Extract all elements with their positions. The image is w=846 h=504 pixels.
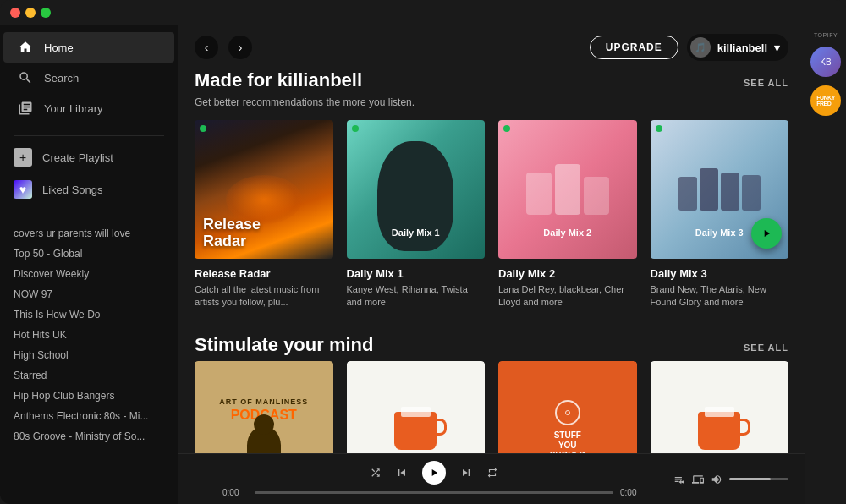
next-button[interactable] xyxy=(459,466,473,479)
minimize-dot[interactable] xyxy=(25,8,36,18)
player-bar: 0:00 0:00 xyxy=(178,453,805,504)
playlist-list: covers ur parents will love Top 50 - Glo… xyxy=(0,216,178,504)
card-desc-daily2: Lana Del Rey, blackbear, Cher Lloyd and … xyxy=(498,283,637,310)
funky-fred-badge[interactable]: FUNKYFRED xyxy=(810,85,841,116)
devices-icon[interactable] xyxy=(692,474,704,485)
sidebar-divider-2 xyxy=(14,211,164,211)
close-dot[interactable] xyxy=(10,8,20,18)
card-play-daily3[interactable] xyxy=(751,218,782,249)
card-thumb-daily2: Daily Mix 2 xyxy=(498,120,637,259)
player-progress: 0:00 0:00 xyxy=(222,488,645,497)
card-thumb-daily3: Daily Mix 3 xyxy=(651,120,789,259)
section1-header: Made for killianbell SEE ALL xyxy=(195,69,788,91)
card-thumb-podcast2 xyxy=(347,361,486,453)
play-pause-button[interactable] xyxy=(422,461,446,485)
main-content: ‹ › UPGRADE 🎵 killianbell ▾ Made for kil… xyxy=(178,25,805,504)
playlist-item[interactable]: Starred xyxy=(0,365,178,386)
playlist-item[interactable]: Anthems Electronic 80s - Mi... xyxy=(0,406,178,426)
chevron-down-icon: ▾ xyxy=(774,41,780,54)
section2-title: Stimulate your mind xyxy=(195,334,373,356)
section1-see-all[interactable]: SEE ALL xyxy=(744,78,788,88)
card-podcast-1[interactable]: ART OF MANLINESS PODCAST xyxy=(195,361,333,453)
topbar: ‹ › UPGRADE 🎵 killianbell ▾ xyxy=(178,25,805,69)
right-sidebar: TOPIFY KB FUNKYFRED xyxy=(805,25,846,504)
volume-icon[interactable] xyxy=(711,474,722,485)
back-button[interactable]: ‹ xyxy=(195,36,218,59)
repeat-button[interactable] xyxy=(486,467,498,479)
section1-subtitle: Get better recommendations the more you … xyxy=(195,96,788,108)
card-release-radar[interactable]: ReleaseRadar Release Radar Catch all the… xyxy=(195,120,333,309)
topify-label: TOPIFY xyxy=(814,32,838,38)
sidebar-divider xyxy=(14,135,164,136)
card-desc-daily1: Kanye West, Rihanna, Twista and more xyxy=(347,283,486,310)
topbar-right: UPGRADE 🎵 killianbell ▾ xyxy=(590,34,788,61)
sidebar-nav: Home Search Your Library xyxy=(0,25,178,130)
liked-songs-label: Liked Songs xyxy=(42,184,103,196)
user-avatar-inner: KB xyxy=(810,47,841,77)
card-podcast-4[interactable] xyxy=(651,361,789,453)
prev-button[interactable] xyxy=(395,466,409,479)
card-thumb-podcast4 xyxy=(651,361,789,453)
playlist-item[interactable]: Hot Hits UK xyxy=(0,325,178,345)
playlist-item[interactable]: This Is How We Do xyxy=(0,304,178,325)
heart-icon: ♥ xyxy=(14,180,32,199)
card-daily-mix-1[interactable]: Daily Mix 1 Daily Mix 1 Kanye West, Riha… xyxy=(347,120,486,309)
playlist-item[interactable]: Hip Hop Club Bangers xyxy=(0,386,178,406)
section2-cards: ART OF MANLINESS PODCAST xyxy=(195,361,788,453)
card-thumb-radar: ReleaseRadar xyxy=(195,120,333,259)
card-desc-radar: Catch all the latest music from artists … xyxy=(195,283,333,310)
shuffle-button[interactable] xyxy=(370,467,382,479)
sidebar: Home Search Your Library xyxy=(0,25,178,504)
progress-bar[interactable] xyxy=(255,491,613,494)
content-area: Made for killianbell SEE ALL Get better … xyxy=(178,69,805,453)
avatar: 🎵 xyxy=(690,37,711,58)
card-title-daily3: Daily Mix 3 xyxy=(651,267,789,280)
section1-title: Made for killianbell xyxy=(195,69,362,91)
user-avatar-right[interactable]: KB xyxy=(810,47,841,77)
maximize-dot[interactable] xyxy=(41,8,51,18)
upgrade-button[interactable]: UPGRADE xyxy=(590,36,678,59)
search-label: Search xyxy=(44,72,79,85)
card-thumb-daily1: Daily Mix 1 xyxy=(347,120,486,259)
create-playlist-action[interactable]: + Create Playlist xyxy=(0,141,178,173)
create-playlist-label: Create Playlist xyxy=(42,151,113,164)
titlebar xyxy=(0,0,846,25)
home-label: Home xyxy=(44,41,74,54)
section1-cards: ReleaseRadar Release Radar Catch all the… xyxy=(195,120,788,309)
playlist-item[interactable]: High School xyxy=(0,345,178,365)
stimulate-section: Stimulate your mind SEE ALL ART OF MANLI… xyxy=(195,334,788,453)
library-icon xyxy=(17,100,34,117)
playlist-item[interactable]: Top 50 - Global xyxy=(0,244,178,264)
home-icon xyxy=(17,39,34,56)
liked-songs-action[interactable]: ♥ Liked Songs xyxy=(0,173,178,205)
card-title-daily1: Daily Mix 1 xyxy=(347,267,486,280)
made-for-section: Made for killianbell SEE ALL Get better … xyxy=(195,69,788,309)
card-daily-mix-3[interactable]: Daily Mix 3 Daily Mix 3 Brand New, The A… xyxy=(651,120,789,309)
search-icon xyxy=(17,69,34,86)
card-daily-mix-2[interactable]: Daily Mix 2 Daily Mix 2 Lana Del Rey, bl… xyxy=(498,120,637,309)
forward-button[interactable]: › xyxy=(228,36,252,59)
user-menu-button[interactable]: 🎵 killianbell ▾ xyxy=(687,34,788,61)
player-right-controls xyxy=(673,474,788,485)
playlist-item[interactable]: 80s Groove - Ministry of So... xyxy=(0,426,178,446)
sidebar-item-search[interactable]: Search xyxy=(3,63,174,93)
player-buttons xyxy=(370,461,498,485)
section2-header: Stimulate your mind SEE ALL xyxy=(195,334,788,356)
playlist-item[interactable]: Discover Weekly xyxy=(0,264,178,284)
queue-icon[interactable] xyxy=(673,474,685,485)
playlist-item[interactable]: covers ur parents will love xyxy=(0,223,178,244)
sidebar-item-home[interactable]: Home xyxy=(3,32,174,63)
card-podcast-3[interactable]: STUFFYOUSHOULD xyxy=(498,361,637,453)
playlist-item[interactable]: NOW 97 xyxy=(0,284,178,304)
username-label: killianbell xyxy=(717,41,767,54)
card-desc-daily3: Brand New, The Ataris, New Found Glory a… xyxy=(651,283,789,310)
plus-icon: + xyxy=(14,148,32,167)
card-title-daily2: Daily Mix 2 xyxy=(498,267,637,280)
card-thumb-podcast3: STUFFYOUSHOULD xyxy=(498,361,637,453)
volume-bar[interactable] xyxy=(729,478,788,480)
sidebar-item-library[interactable]: Your Library xyxy=(3,93,174,123)
card-podcast-2[interactable] xyxy=(347,361,486,453)
time-total: 0:00 xyxy=(620,488,645,497)
section2-see-all[interactable]: SEE ALL xyxy=(744,342,788,353)
time-current: 0:00 xyxy=(222,488,248,497)
